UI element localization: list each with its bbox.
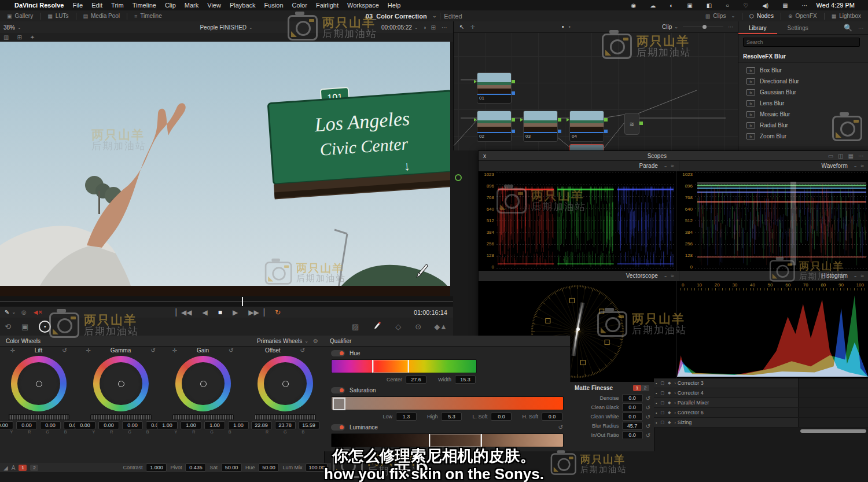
fx-gaussian-blur[interactable]: fxGaussian Blur bbox=[738, 87, 868, 98]
viewer-timecode[interactable]: 00:00:05:22 bbox=[381, 24, 412, 31]
gamma-y-value[interactable]: 0.00 bbox=[75, 421, 95, 429]
menu-timeline[interactable]: Timeline bbox=[133, 2, 156, 9]
menu-view[interactable]: View bbox=[207, 2, 221, 9]
project-caret-icon[interactable]: ⌄ bbox=[433, 13, 437, 19]
fx-directional-blur[interactable]: fxDirectional Blur bbox=[738, 76, 868, 87]
fx-radial-blur[interactable]: fxRadial Blur bbox=[738, 120, 868, 131]
viewer-zoom-level[interactable]: 38% bbox=[3, 24, 15, 31]
node-view-dot[interactable]: • bbox=[568, 24, 571, 30]
gain-b-value[interactable]: 1.00 bbox=[228, 421, 249, 429]
viewer-options-icon[interactable]: ⋯ bbox=[442, 24, 447, 31]
active-tool-ring-icon[interactable]: • bbox=[39, 321, 51, 333]
annotation-pen-icon[interactable]: ✎ bbox=[5, 309, 9, 315]
menu-playback[interactable]: Playback bbox=[230, 2, 256, 9]
saturation-low-handle[interactable] bbox=[333, 398, 345, 410]
status-display-icon[interactable]: ◐ bbox=[670, 2, 673, 9]
node-view-dot-active[interactable]: • bbox=[562, 24, 564, 30]
luminance-selection[interactable] bbox=[429, 434, 482, 447]
fx-box-blur[interactable]: fxBox Blur bbox=[738, 65, 868, 76]
node-03[interactable]: 03 bbox=[523, 111, 558, 142]
fx-zoom-blur[interactable]: fxZoom Blur bbox=[738, 131, 868, 142]
gain-master-wheel[interactable] bbox=[172, 414, 234, 420]
parade-select[interactable]: Parade bbox=[639, 163, 658, 169]
track-corrector-3[interactable]: •▢◆› Corrector 3 bbox=[654, 378, 868, 388]
curves-tool-icon[interactable]: ▨ bbox=[352, 322, 359, 331]
scopes-options-icon[interactable]: ⋯ bbox=[858, 153, 864, 159]
menubar-clock[interactable]: Wed 4:29 PM bbox=[816, 2, 855, 9]
gain-wheel[interactable] bbox=[175, 356, 231, 411]
go-to-start-button[interactable]: ▏◀◀ bbox=[176, 308, 192, 317]
scopes-quad-layout-icon[interactable]: ▦ bbox=[848, 153, 854, 159]
waveform-settings-icon[interactable]: ≈ bbox=[861, 163, 865, 169]
tab-library[interactable]: Library bbox=[738, 21, 777, 34]
hue-selection[interactable] bbox=[372, 360, 409, 373]
library-search-icon[interactable]: 🔍 bbox=[844, 24, 852, 32]
magic-mask-icon[interactable]: ✦ bbox=[30, 34, 35, 41]
annotation-caret-icon[interactable]: ⌄ bbox=[12, 310, 16, 315]
gamma-master-wheel[interactable] bbox=[90, 414, 152, 420]
luminance-reset-icon[interactable]: ↺ bbox=[558, 424, 563, 431]
fx-mosaic-blur[interactable]: fxMosaic Blur bbox=[738, 109, 868, 120]
gamma-reset-icon[interactable]: ↺ bbox=[150, 347, 155, 354]
node-04[interactable]: 04 bbox=[569, 111, 604, 142]
status-clock-icon[interactable]: ○ bbox=[726, 2, 729, 9]
power-window-icon[interactable]: ◇ bbox=[395, 322, 401, 331]
clean-black-reset-icon[interactable]: ↺ bbox=[646, 404, 650, 411]
vectorscope-select[interactable]: Vectorscope bbox=[626, 273, 658, 279]
waveform-select[interactable]: Waveform bbox=[822, 163, 848, 169]
scopes-single-layout-icon[interactable]: ▭ bbox=[828, 153, 833, 159]
node-graph-mode-caret-icon[interactable]: ⌄ bbox=[674, 24, 678, 30]
node-zoom-slider[interactable] bbox=[683, 27, 723, 27]
lift-crosshair-icon[interactable]: ✛ bbox=[10, 347, 14, 354]
vectorscope-settings-icon[interactable]: ≈ bbox=[671, 273, 675, 279]
menu-trim[interactable]: Trim bbox=[111, 2, 124, 9]
library-search-input[interactable] bbox=[743, 38, 860, 47]
clip-info-icon[interactable]: ◎ bbox=[21, 309, 27, 315]
blur-tool-icon[interactable]: ◆▲ bbox=[434, 322, 447, 331]
lightbox-button[interactable]: ▦Lightbox bbox=[825, 10, 868, 21]
gamma-crosshair-icon[interactable]: ✛ bbox=[86, 347, 90, 354]
status-record-icon[interactable]: ◉ bbox=[631, 2, 636, 9]
status-more-icon[interactable]: ⋯ bbox=[802, 2, 808, 9]
lift-r-value[interactable]: 0.00 bbox=[16, 421, 37, 429]
project-title[interactable]: 03_Color Correction bbox=[366, 13, 427, 20]
clean-white-reset-icon[interactable]: ↺ bbox=[646, 414, 650, 420]
clean-white-value[interactable]: 0.0 bbox=[622, 413, 643, 421]
denoise-reset-icon[interactable]: ↺ bbox=[646, 395, 650, 402]
gain-reset-icon[interactable]: ↺ bbox=[229, 347, 233, 354]
offset-g-value[interactable]: 23.78 bbox=[275, 421, 296, 429]
lift-master-wheel[interactable] bbox=[8, 414, 69, 420]
status-volume-icon[interactable]: ◀) bbox=[762, 2, 768, 9]
pointer-tool-icon[interactable]: ↖ bbox=[459, 24, 464, 30]
track-corrector-4[interactable]: •▢◆› Corrector 4 bbox=[654, 388, 868, 398]
offset-wheel[interactable] bbox=[258, 356, 313, 411]
gain-y-value[interactable]: 1.00 bbox=[157, 421, 178, 429]
timeline-button[interactable]: ≡Timeline bbox=[127, 10, 169, 21]
inout-ratio-reset-icon[interactable]: ↺ bbox=[646, 432, 650, 439]
hue-width-value[interactable]: 15.3 bbox=[455, 376, 476, 384]
offset-r-value[interactable]: 22.89 bbox=[251, 421, 272, 429]
blur-radius-reset-icon[interactable]: ↺ bbox=[646, 423, 650, 429]
histogram-settings-icon[interactable]: ≈ bbox=[861, 273, 865, 279]
lift-wheel[interactable] bbox=[11, 356, 67, 411]
openfx-button[interactable]: ⊛OpenFX bbox=[781, 10, 824, 21]
gamma-g-value[interactable]: 0.00 bbox=[122, 421, 143, 429]
nodes-button[interactable]: ⬡Nodes bbox=[742, 10, 781, 21]
status-cloud-icon[interactable]: ☁ bbox=[650, 2, 656, 9]
source-node-dot[interactable] bbox=[455, 174, 462, 181]
trackball-mode-icon[interactable]: ⟲ bbox=[5, 322, 11, 331]
qualifier-picker-icon[interactable] bbox=[373, 322, 381, 332]
histogram-select[interactable]: Histogram bbox=[821, 273, 848, 279]
playhead-marker[interactable] bbox=[242, 297, 243, 306]
gallery-button[interactable]: ▣Gallery bbox=[0, 10, 40, 21]
grade-version-caret-icon[interactable]: ⌄ bbox=[249, 25, 253, 30]
clips-button[interactable]: ▥Clips⌄ bbox=[698, 10, 742, 21]
viewer-timecode-caret-icon[interactable]: ⌄ bbox=[414, 25, 418, 30]
hand-tool-icon[interactable]: ✛ bbox=[470, 24, 475, 30]
menu-workspace[interactable]: Workspace bbox=[347, 2, 379, 9]
matte-page-1[interactable]: 1 bbox=[633, 385, 641, 391]
wheels-mode-caret-icon[interactable]: ⌄ bbox=[304, 338, 308, 344]
timeline-horizontal-scrollbar[interactable] bbox=[800, 429, 866, 433]
track-corrector-6[interactable]: •▢◆› Corrector 6 bbox=[654, 408, 868, 418]
color-wheel-viewer-icon[interactable]: ◑ bbox=[423, 24, 426, 31]
